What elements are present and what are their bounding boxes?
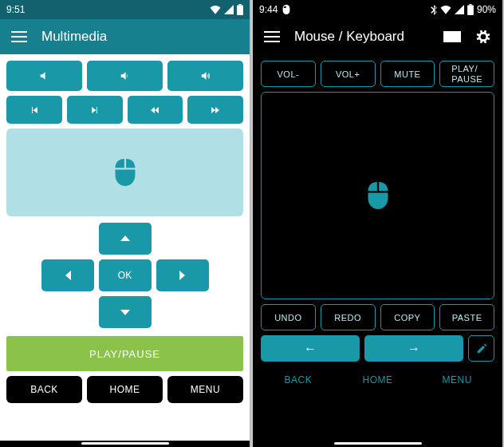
speaker-high-icon: [199, 70, 213, 81]
trackpad-area[interactable]: [6, 129, 243, 216]
mouse-icon: [367, 182, 389, 209]
fast-forward-icon: [209, 105, 222, 115]
chevron-up-icon: [120, 235, 130, 242]
volume-down-button[interactable]: [87, 61, 163, 91]
volume-mute-button[interactable]: [6, 61, 82, 91]
keyboard-icon[interactable]: [443, 31, 461, 42]
status-icons: [210, 4, 243, 15]
vol-up-button[interactable]: VOL+: [321, 61, 376, 87]
rewind-button[interactable]: [128, 96, 183, 124]
speaker-mute-icon: [39, 70, 50, 81]
menu-icon[interactable]: [264, 31, 280, 42]
chevron-left-icon: [65, 271, 71, 280]
edit-mode-button[interactable]: [468, 335, 494, 362]
btn-label: MUTE: [394, 69, 420, 79]
vol-down-button[interactable]: VOL-: [261, 61, 316, 87]
app-bar: Mouse / Keyboard: [253, 19, 502, 54]
dpad-ok-button[interactable]: OK: [99, 259, 152, 291]
arrow-left-button[interactable]: ←: [261, 335, 360, 362]
btn-label: COPY: [394, 313, 420, 322]
btn-label: VOL+: [336, 69, 360, 79]
android-nav-row: BACK HOME MENU: [261, 366, 494, 397]
dpad-right-button[interactable]: [156, 259, 209, 291]
btn-label: PASTE: [452, 313, 482, 322]
nav-home-button[interactable]: HOME: [341, 366, 415, 394]
content-area: OK PLAY/PAUSE BACK HOME MENU: [0, 54, 250, 441]
svg-rect-6: [469, 4, 471, 6]
nav-home-label: HOME: [363, 374, 393, 386]
nav-menu-button[interactable]: MENU: [419, 366, 494, 394]
nav-menu-label: MENU: [191, 384, 220, 395]
signal-icon: [224, 5, 234, 14]
svg-rect-12: [448, 33, 450, 34]
android-nav-row: BACK HOME MENU: [6, 376, 243, 406]
next-track-button[interactable]: [67, 96, 123, 124]
svg-rect-14: [455, 33, 456, 34]
nav-home-button[interactable]: HOME: [87, 376, 163, 403]
status-bar: 9:44 90%: [253, 0, 502, 19]
dpad-down-button[interactable]: [99, 296, 152, 328]
copy-button[interactable]: COPY: [380, 304, 435, 330]
forward-button[interactable]: [187, 96, 243, 124]
nav-menu-button[interactable]: MENU: [167, 376, 243, 403]
phone-multimedia: 9:51 Multimedia OK: [0, 0, 251, 447]
status-time: 9:51: [6, 4, 25, 15]
mouse-status-icon: [282, 5, 290, 14]
gear-icon[interactable]: [475, 29, 491, 45]
svg-rect-2: [11, 31, 27, 33]
app-bar: Multimedia: [0, 19, 250, 54]
btn-label: PLAY/ PAUSE: [451, 64, 482, 83]
btn-label: UNDO: [274, 313, 301, 322]
menu-icon[interactable]: [11, 31, 27, 42]
page-title: Mouse / Keyboard: [294, 29, 404, 45]
arrow-right-button[interactable]: →: [364, 335, 463, 362]
svg-rect-4: [11, 41, 27, 42]
mouse-icon: [114, 159, 136, 186]
paste-button[interactable]: PASTE: [439, 304, 494, 330]
svg-rect-15: [448, 38, 455, 40]
skip-next-icon: [89, 105, 100, 115]
dpad: OK: [6, 223, 243, 328]
trackpad-area[interactable]: [261, 92, 494, 299]
status-time: 9:44: [259, 4, 278, 15]
signal-icon: [455, 5, 464, 14]
pencil-icon: [476, 343, 487, 354]
svg-rect-8: [264, 36, 280, 38]
nav-back-button[interactable]: BACK: [261, 366, 336, 394]
svg-rect-10: [443, 31, 461, 42]
mute-button[interactable]: MUTE: [380, 61, 435, 87]
nav-home-label: HOME: [110, 384, 140, 395]
skip-prev-icon: [29, 105, 40, 115]
arrow-label: →: [408, 342, 420, 356]
phone-mouse-keyboard: 9:44 90% Mouse / Keyboard VOL- VOL+ MUTE…: [253, 0, 504, 447]
nav-menu-label: MENU: [443, 374, 472, 386]
dpad-left-button[interactable]: [41, 259, 94, 291]
bluetooth-icon: [431, 5, 437, 15]
svg-rect-1: [238, 4, 241, 6]
play-pause-button[interactable]: PLAY/PAUSE: [6, 336, 243, 371]
battery-icon: [237, 4, 243, 15]
nav-back-button[interactable]: BACK: [6, 376, 82, 403]
play-pause-label: PLAY/PAUSE: [89, 348, 160, 360]
svg-rect-9: [264, 41, 280, 42]
undo-button[interactable]: UNDO: [261, 304, 316, 330]
ok-label: OK: [118, 270, 132, 281]
nav-back-label: BACK: [30, 384, 58, 395]
svg-rect-11: [445, 33, 447, 34]
btn-label: VOL-: [278, 69, 300, 79]
prev-track-button[interactable]: [6, 96, 62, 124]
wifi-icon: [210, 5, 221, 14]
rewind-icon: [148, 105, 161, 115]
play-pause-button[interactable]: PLAY/ PAUSE: [439, 61, 494, 87]
svg-rect-3: [11, 36, 27, 38]
redo-button[interactable]: REDO: [321, 304, 376, 330]
content-area: VOL- VOL+ MUTE PLAY/ PAUSE UNDO REDO COP…: [253, 54, 502, 441]
gesture-bar: [0, 441, 250, 447]
battery-percent: 90%: [477, 4, 496, 15]
status-bar: 9:51: [0, 0, 250, 19]
volume-up-button[interactable]: [167, 61, 243, 91]
page-title: Multimedia: [41, 29, 107, 45]
btn-label: REDO: [334, 313, 361, 322]
dpad-up-button[interactable]: [99, 223, 152, 255]
nav-back-label: BACK: [284, 374, 312, 386]
